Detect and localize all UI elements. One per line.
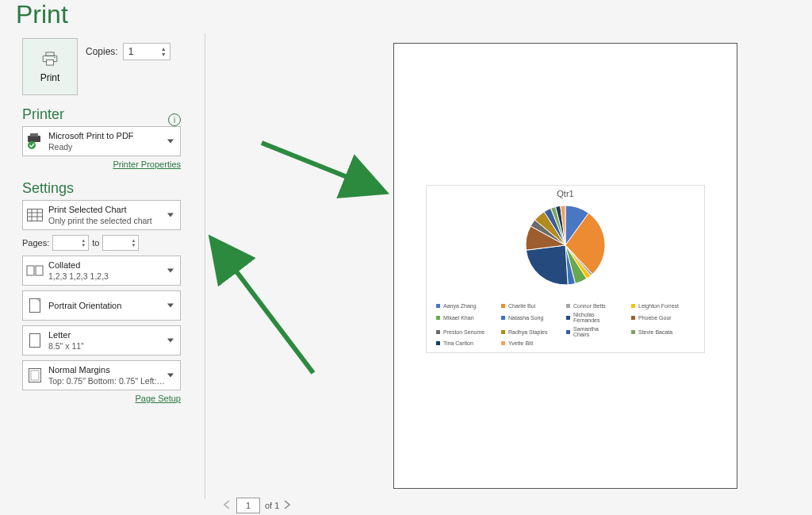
legend-swatch	[436, 304, 440, 308]
legend-swatch	[631, 330, 635, 334]
paper-icon	[26, 332, 44, 349]
svg-rect-15	[30, 334, 40, 348]
print-button[interactable]: Print	[22, 38, 78, 95]
legend-label: Charlie Bui	[508, 303, 535, 309]
legend-label: Mikael Khan	[443, 315, 474, 321]
chart-legend: Aanya ZhangCharlie BuiConnor BettsLeight…	[436, 303, 695, 346]
legend-label: Radhya Staples	[508, 329, 547, 335]
chevron-down-icon	[167, 140, 174, 144]
portrait-icon	[26, 297, 44, 314]
legend-swatch	[436, 330, 440, 334]
printer-heading: Printer	[22, 106, 64, 123]
legend-swatch	[436, 316, 440, 320]
spinner-arrows-icon[interactable]: ▲▼	[161, 46, 170, 57]
legend-label: Natasha Song	[508, 315, 543, 321]
svg-rect-2	[47, 60, 54, 65]
svg-rect-17	[31, 371, 39, 380]
chevron-down-icon	[167, 374, 174, 378]
legend-label: Nicholas Fernandes	[573, 312, 615, 323]
svg-line-19	[214, 242, 313, 373]
paper-line2: 8.5" x 11"	[48, 341, 177, 352]
svg-point-3	[54, 57, 55, 58]
page-navigator: 1 of 1	[224, 498, 292, 513]
collate-line2: 1,2,3 1,2,3 1,2,3	[48, 271, 177, 282]
chevron-down-icon	[167, 269, 174, 273]
page-title: Print	[16, 0, 68, 29]
legend-item: Yvette Biti	[501, 340, 550, 346]
margins-line1: Normal Margins	[48, 365, 177, 375]
legend-item: Aanya Zhang	[436, 303, 485, 309]
legend-item: Nicholas Fernandes	[566, 312, 615, 323]
chevron-down-icon	[167, 304, 174, 308]
orientation-select[interactable]: Portrait Orientation	[22, 290, 181, 321]
legend-item: Phoebe Gour	[631, 312, 680, 323]
svg-rect-12	[27, 266, 34, 275]
printer-properties-link[interactable]: Printer Properties	[113, 159, 181, 169]
orientation-line1: Portrait Orientation	[48, 301, 177, 311]
pie-chart	[522, 202, 609, 292]
collate-select[interactable]: Collated 1,2,3 1,2,3 1,2,3	[22, 256, 181, 286]
legend-swatch	[631, 304, 635, 308]
svg-rect-5	[30, 133, 38, 136]
legend-label: Samantha Chairs	[573, 326, 615, 337]
legend-label: Connor Betts	[573, 303, 606, 309]
pages-to-label: to	[92, 238, 99, 248]
copies-value: 1	[128, 46, 134, 57]
margins-select[interactable]: Normal Margins Top: 0.75" Bottom: 0.75" …	[22, 360, 181, 390]
pages-from-input[interactable]: ▲▼	[52, 235, 89, 251]
annotation-arrow-1	[254, 135, 396, 206]
legend-label: Tina Carlton	[443, 340, 473, 346]
paper-size-select[interactable]: Letter 8.5" x 11"	[22, 325, 181, 356]
page-setup-link[interactable]: Page Setup	[136, 394, 182, 403]
print-what-select[interactable]: Print Selected Chart Only print the sele…	[22, 200, 181, 230]
legend-item: Connor Betts	[566, 303, 615, 309]
printer-status: Ready	[48, 142, 177, 152]
annotation-arrow-2	[202, 230, 329, 381]
divider	[205, 33, 205, 499]
print-what-line1: Print Selected Chart	[48, 205, 177, 215]
print-options-panel: Print Copies: 1 ▲▼ Printer i Microsoft P…	[22, 38, 181, 403]
legend-item: Leighton Forrest	[631, 303, 680, 309]
copies-input[interactable]: 1 ▲▼	[123, 43, 170, 60]
legend-item: Charlie Bui	[501, 303, 550, 309]
legend-item: Preston Senome	[436, 326, 485, 337]
chevron-down-icon	[167, 339, 174, 343]
print-button-label: Print	[40, 72, 60, 83]
pages-to-input[interactable]: ▲▼	[102, 235, 139, 251]
printer-select[interactable]: Microsoft Print to PDF Ready	[22, 126, 181, 156]
grid-icon	[26, 206, 44, 224]
legend-swatch	[501, 341, 505, 345]
svg-point-6	[28, 141, 36, 149]
collate-line1: Collated	[48, 260, 177, 271]
paper-line1: Letter	[48, 330, 177, 340]
legend-label: Leighton Forrest	[638, 303, 679, 309]
chart-preview: Qtr1 Aanya ZhangCharlie BuiConnor BettsL…	[426, 185, 705, 353]
legend-item: Stevie Bacata	[631, 326, 680, 337]
printer-status-icon	[26, 133, 44, 150]
legend-swatch	[566, 304, 570, 308]
legend-swatch	[631, 316, 635, 320]
svg-rect-4	[28, 136, 40, 142]
legend-swatch	[566, 316, 570, 320]
next-page-button[interactable]	[284, 500, 292, 511]
print-what-line2: Only print the selected chart	[48, 216, 177, 226]
settings-heading: Settings	[22, 180, 181, 197]
prev-page-button[interactable]	[224, 500, 232, 511]
svg-rect-13	[36, 266, 43, 275]
legend-item: Natasha Song	[501, 312, 550, 323]
copies-label: Copies:	[86, 46, 118, 57]
page-number-input[interactable]: 1	[236, 498, 260, 513]
margins-icon	[26, 367, 44, 384]
printer-icon	[41, 50, 59, 67]
margins-line2: Top: 0.75" Bottom: 0.75" Left:…	[48, 376, 177, 386]
svg-rect-14	[30, 299, 40, 313]
legend-label: Yvette Biti	[508, 340, 533, 346]
legend-label: Phoebe Gour	[638, 315, 672, 321]
chart-title: Qtr1	[427, 189, 704, 198]
legend-swatch	[566, 330, 570, 334]
info-icon[interactable]: i	[168, 113, 181, 126]
svg-rect-0	[46, 52, 54, 56]
legend-label: Aanya Zhang	[443, 303, 477, 309]
legend-item: Mikael Khan	[436, 312, 485, 323]
svg-line-18	[262, 143, 381, 190]
